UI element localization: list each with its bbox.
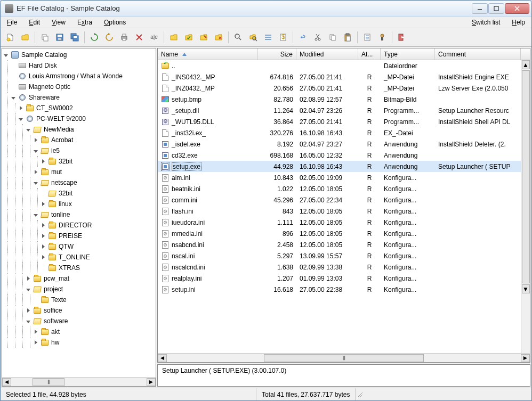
twisty-closed-icon[interactable]	[26, 276, 31, 281]
tb-save[interactable]	[53, 31, 66, 44]
titlebar[interactable]: EF File Catalog - Sample Catalog	[1, 1, 531, 17]
tree-item[interactable]: QTW	[2, 241, 156, 252]
list-row[interactable]: comm.ini45.29627.05.00 22:34RKonfigura..…	[158, 194, 521, 206]
scroll-thumb[interactable]: ⦀	[264, 354, 424, 362]
tree-item[interactable]: 32bit	[2, 188, 156, 199]
tree-item[interactable]: CT_SW0002	[2, 103, 156, 113]
twisty-closed-icon[interactable]	[18, 105, 23, 111]
list-row[interactable]: nsabcnd.ini2.45812.05.00 18:05RKonfigura…	[158, 239, 521, 250]
tree-item[interactable]: akt	[2, 326, 156, 337]
twisty-closed-icon[interactable]	[26, 308, 31, 313]
tree-item[interactable]: Acrobat	[2, 135, 156, 145]
tb-print[interactable]	[118, 31, 131, 44]
menu-help[interactable]: Help	[510, 18, 527, 27]
twisty-closed-icon[interactable]	[33, 169, 38, 175]
tb-undo2[interactable]	[296, 31, 309, 44]
list-row[interactable]: _isdel.exe8.19202.04.97 23:27RAnwendungI…	[158, 138, 521, 150]
menu-edit[interactable]: Edit	[27, 18, 42, 27]
tb-exit[interactable]	[396, 31, 408, 44]
tb-folder-check[interactable]	[182, 31, 195, 44]
maximize-button[interactable]	[488, 3, 504, 14]
tree-item[interactable]: Sample Catalog	[2, 50, 156, 60]
twisty-closed-icon[interactable]	[41, 244, 46, 249]
tree-item[interactable]: Hard Disk	[2, 60, 156, 71]
tb-undo[interactable]	[103, 31, 116, 44]
list-row[interactable]: _WUTL95.DLL36.86427.05.00 21:41RProgramm…	[158, 116, 521, 127]
list-row[interactable]: nscalcnd.ini1.63802.09.99 13:38RKonfigur…	[158, 261, 521, 273]
col-type[interactable]: Type	[381, 48, 435, 60]
list-row[interactable]: _INS0432._MP674.81627.05.00 21:41R_MP-Da…	[158, 71, 521, 83]
twisty-closed-icon[interactable]	[41, 223, 46, 228]
close-button[interactable]	[505, 3, 529, 14]
tree-item[interactable]: netscape	[2, 177, 156, 188]
tree-item[interactable]: mut	[2, 167, 156, 177]
twisty-open-icon[interactable]	[18, 116, 23, 121]
tree-item[interactable]: tonline	[2, 209, 156, 220]
scroll-left-icon[interactable]: ◄	[2, 378, 11, 386]
twisty-open-icon[interactable]	[33, 148, 38, 153]
tb-cut[interactable]	[311, 31, 324, 44]
tb-folder[interactable]	[167, 31, 180, 44]
scroll-up-icon[interactable]: ▲	[522, 60, 530, 69]
twisty-open-icon[interactable]	[33, 212, 38, 217]
list-row[interactable]: realplay.ini1.20701.09.99 13:03RKonfigur…	[158, 273, 521, 284]
twisty-open-icon[interactable]	[26, 318, 31, 324]
menu-file[interactable]: File	[5, 18, 19, 27]
tb-search-folder[interactable]	[247, 31, 260, 44]
scroll-right-icon[interactable]: ►	[147, 378, 156, 386]
twisty-closed-icon[interactable]	[33, 137, 38, 143]
tb-copy2[interactable]	[326, 31, 339, 44]
tb-folder-edit[interactable]	[197, 31, 210, 44]
tree-item[interactable]: Texte	[2, 294, 156, 305]
scroll-thumb[interactable]	[522, 70, 530, 283]
tree-item[interactable]: NewMedia	[2, 124, 156, 135]
tb-refresh[interactable]	[88, 31, 101, 44]
list-row[interactable]: iueudora.ini1.11112.05.00 18:05RKonfigur…	[158, 217, 521, 228]
list-row[interactable]: setup.ini16.61827.05.00 22:38RKonfigura.…	[158, 284, 521, 295]
tree-item[interactable]: DIRECTOR	[2, 220, 156, 231]
tree-item[interactable]: Shareware	[2, 92, 156, 103]
tb-search[interactable]	[232, 31, 245, 44]
scroll-thumb[interactable]: ⦀	[33, 378, 65, 386]
twisty-closed-icon[interactable]	[33, 340, 38, 345]
list-row[interactable]: mmedia.ini89612.05.00 18:05RKonfigura...	[158, 228, 521, 239]
col-comment[interactable]: Comment	[435, 48, 521, 60]
tree-item[interactable]: hw	[2, 337, 156, 348]
menu-options[interactable]: Options	[102, 18, 128, 27]
col-modified[interactable]: Modified	[296, 48, 358, 60]
menu-view[interactable]: View	[50, 18, 68, 27]
tb-open[interactable]	[19, 31, 31, 44]
tree-item[interactable]: ie5	[2, 145, 156, 156]
tree-item[interactable]: pcw_mat	[2, 273, 156, 284]
twisty-open-icon[interactable]	[26, 287, 31, 292]
twisty-closed-icon[interactable]	[41, 233, 46, 239]
twisty-open-icon[interactable]	[33, 180, 38, 185]
tree-item[interactable]: project	[2, 284, 156, 294]
col-attr[interactable]: At...	[358, 48, 381, 60]
tree-item[interactable]: linux	[2, 199, 156, 209]
tb-new[interactable]	[4, 31, 17, 44]
col-size[interactable]: Size	[258, 48, 296, 60]
twisty-closed-icon[interactable]	[41, 201, 46, 207]
list-row[interactable]: _setup.dll11.26402.04.97 23:26RProgramm.…	[158, 105, 521, 116]
twisty-open-icon[interactable]	[3, 52, 9, 58]
tree-item[interactable]: PC-WELT 9/2000	[2, 113, 156, 124]
tree-item[interactable]: Louis Armstrong / What a Wonde	[2, 71, 156, 81]
twisty-closed-icon[interactable]	[33, 329, 38, 334]
tb-rename[interactable]: a|e	[148, 31, 160, 44]
tb-list-view[interactable]	[262, 31, 275, 44]
tree-item[interactable]: T_ONLINE	[2, 252, 156, 263]
tb-folder-delete[interactable]	[212, 31, 225, 44]
list-row[interactable]: setup.bmp82.78002.08.99 12:57RBitmap-Bil…	[158, 94, 521, 105]
list-row[interactable]: _inst32i.ex_320.27616.10.98 16:43REX_-Da…	[158, 127, 521, 138]
tree-item[interactable]: XTRAS	[2, 263, 156, 273]
scroll-left-icon[interactable]: ◄	[158, 354, 167, 362]
tree-item[interactable]: software	[2, 316, 156, 326]
list-row[interactable]: ..Dateiordner	[158, 60, 521, 71]
folder-tree[interactable]: Sample CatalogHard DiskLouis Armstrong /…	[2, 48, 156, 377]
twisty-open-icon[interactable]	[11, 95, 16, 100]
col-name[interactable]: Name	[158, 48, 258, 60]
tb-tools[interactable]	[376, 31, 389, 44]
list-hscroll[interactable]: ◄ ⦀ ►	[158, 353, 530, 362]
tree-item[interactable]: PREISE	[2, 231, 156, 241]
